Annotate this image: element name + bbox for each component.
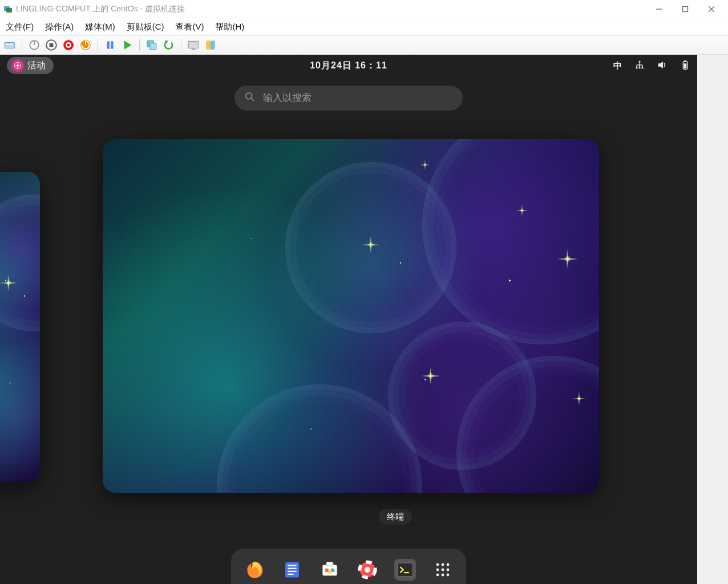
menu-media[interactable]: 媒体(M) bbox=[85, 22, 115, 33]
svg-point-61 bbox=[365, 567, 370, 573]
svg-point-66 bbox=[447, 563, 450, 566]
svg-point-72 bbox=[447, 574, 450, 577]
minimize-button[interactable] bbox=[646, 0, 672, 18]
checkpoint-icon[interactable] bbox=[145, 39, 158, 51]
gnome-dock bbox=[231, 549, 466, 584]
svg-rect-34 bbox=[636, 67, 638, 68]
dock-tooltip: 终端 bbox=[379, 509, 412, 525]
stop-icon[interactable] bbox=[45, 39, 58, 51]
menu-view[interactable]: 查看(V) bbox=[175, 22, 204, 33]
system-tray: 中 bbox=[613, 60, 690, 72]
hyperv-menubar: 文件(F) 操作(A) 媒体(M) 剪贴板(C) 查看(V) 帮助(H) bbox=[0, 18, 728, 35]
close-button[interactable] bbox=[698, 0, 725, 18]
svg-point-46 bbox=[246, 92, 252, 99]
ctrl-alt-del-icon[interactable] bbox=[3, 39, 16, 51]
svg-rect-6 bbox=[5, 43, 15, 48]
svg-rect-51 bbox=[288, 568, 296, 569]
activities-button[interactable]: 活动 bbox=[7, 57, 54, 74]
menu-help[interactable]: 帮助(H) bbox=[215, 22, 244, 33]
svg-rect-19 bbox=[107, 41, 110, 48]
vm-viewport: 活动 10月24日 16：11 中 bbox=[0, 55, 697, 584]
menu-file[interactable]: 文件(F) bbox=[6, 22, 34, 33]
svg-rect-26 bbox=[192, 49, 196, 50]
svg-point-58 bbox=[328, 570, 332, 574]
toolbar-separator bbox=[22, 39, 22, 51]
toolbar-separator bbox=[98, 39, 98, 51]
svg-marker-42 bbox=[658, 61, 663, 68]
hyperv-toolbar bbox=[0, 35, 728, 55]
svg-rect-7 bbox=[6, 44, 7, 45]
svg-rect-52 bbox=[288, 571, 296, 572]
svg-point-69 bbox=[447, 569, 450, 571]
dock-show-apps[interactable] bbox=[432, 559, 454, 581]
dock-terminal[interactable] bbox=[394, 559, 416, 581]
dock-files[interactable] bbox=[281, 559, 303, 581]
dock-software[interactable] bbox=[319, 559, 341, 581]
workspace-thumbnail[interactable] bbox=[103, 139, 599, 493]
svg-rect-53 bbox=[288, 574, 293, 575]
network-icon[interactable] bbox=[634, 60, 645, 72]
svg-rect-23 bbox=[150, 43, 156, 50]
gnome-top-bar: 活动 10月24日 16：11 中 bbox=[0, 55, 697, 76]
dock-help[interactable] bbox=[357, 559, 378, 581]
svg-rect-55 bbox=[326, 562, 333, 566]
play-icon[interactable] bbox=[121, 39, 134, 51]
svg-rect-44 bbox=[684, 60, 686, 61]
svg-rect-35 bbox=[639, 67, 641, 68]
window-title: LINGLING-COMPUT 上的 CentOs - 虚拟机连接 bbox=[16, 4, 185, 14]
window-border-right bbox=[697, 55, 728, 584]
top-bar-clock[interactable]: 10月24日 16：11 bbox=[310, 60, 387, 72]
svg-rect-13 bbox=[50, 43, 54, 47]
svg-point-70 bbox=[436, 574, 439, 577]
svg-rect-28 bbox=[211, 40, 215, 49]
svg-rect-8 bbox=[9, 44, 10, 45]
toolbar-separator bbox=[139, 39, 140, 51]
svg-rect-33 bbox=[639, 60, 641, 62]
vm-app-icon bbox=[3, 5, 13, 14]
battery-icon[interactable] bbox=[680, 60, 690, 72]
overview-search[interactable] bbox=[234, 86, 463, 111]
svg-marker-21 bbox=[124, 40, 132, 49]
svg-rect-27 bbox=[206, 40, 211, 49]
svg-rect-3 bbox=[683, 6, 688, 11]
shutdown-icon[interactable] bbox=[62, 39, 75, 51]
power-start-icon[interactable] bbox=[28, 39, 41, 51]
svg-point-71 bbox=[442, 574, 444, 577]
svg-rect-20 bbox=[111, 41, 113, 48]
volume-icon[interactable] bbox=[657, 60, 668, 72]
hyperv-titlebar: LINGLING-COMPUT 上的 CentOs - 虚拟机连接 bbox=[0, 0, 728, 18]
svg-rect-25 bbox=[188, 41, 199, 48]
svg-point-65 bbox=[442, 563, 444, 566]
activities-label: 活动 bbox=[27, 60, 46, 72]
revert-icon[interactable] bbox=[163, 39, 175, 51]
svg-point-67 bbox=[436, 569, 439, 571]
dock-firefox[interactable] bbox=[244, 559, 265, 581]
svg-rect-50 bbox=[288, 565, 296, 566]
svg-rect-9 bbox=[11, 44, 13, 45]
svg-rect-45 bbox=[684, 63, 687, 68]
svg-point-68 bbox=[442, 569, 444, 571]
share-icon[interactable] bbox=[204, 39, 217, 51]
svg-rect-36 bbox=[642, 67, 644, 68]
reset-icon[interactable] bbox=[79, 39, 92, 51]
maximize-button[interactable] bbox=[672, 0, 698, 18]
svg-point-16 bbox=[67, 43, 70, 46]
menu-clipboard[interactable]: 剪贴板(C) bbox=[127, 22, 164, 33]
enhanced-session-icon[interactable] bbox=[187, 39, 200, 51]
pause-icon[interactable] bbox=[104, 39, 116, 51]
ime-indicator[interactable]: 中 bbox=[613, 60, 622, 71]
window-controls bbox=[646, 0, 725, 18]
svg-rect-49 bbox=[285, 562, 299, 577]
svg-rect-62 bbox=[397, 563, 412, 577]
activities-logo-icon bbox=[11, 59, 24, 72]
svg-line-47 bbox=[252, 98, 254, 101]
search-icon bbox=[245, 92, 255, 105]
menu-action[interactable]: 操作(A) bbox=[45, 22, 74, 33]
svg-rect-1 bbox=[6, 8, 12, 13]
workspace-peek[interactable] bbox=[0, 172, 40, 482]
svg-point-64 bbox=[436, 563, 439, 566]
toolbar-separator bbox=[181, 39, 181, 51]
search-input[interactable] bbox=[263, 92, 452, 104]
